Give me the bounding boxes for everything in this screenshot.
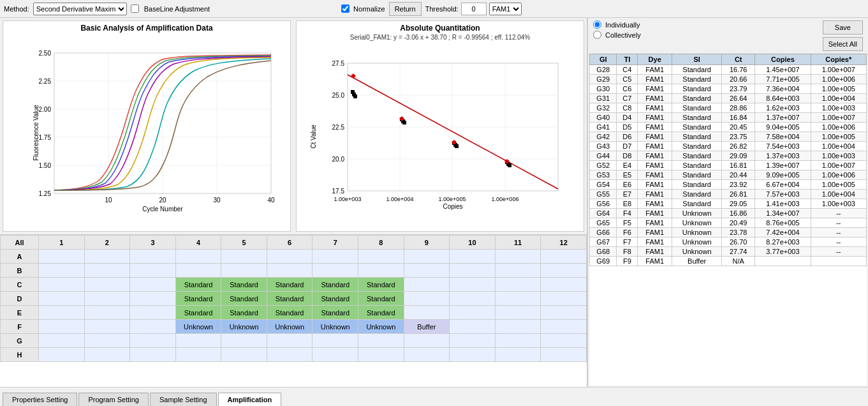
plate-cell-C2[interactable] xyxy=(84,278,130,292)
table-row[interactable]: G30C6FAM1Standard23.797.36e+0041.00e+005 xyxy=(590,84,867,94)
table-row[interactable]: G40D4FAM1Standard16.841.37e+0071.00e+007 xyxy=(590,113,867,123)
plate-cell-B10[interactable] xyxy=(450,264,496,278)
plate-cell-H1[interactable] xyxy=(39,348,85,362)
plate-cell-C7[interactable]: Standard xyxy=(313,278,358,292)
table-row[interactable]: G65F5FAM1Unknown20.498.76e+005-- xyxy=(590,218,867,228)
table-row[interactable]: G52E4FAM1Standard16.811.39e+0071.00e+007 xyxy=(590,161,867,170)
plate-cell-C11[interactable] xyxy=(495,278,541,292)
table-row[interactable]: G67F7FAM1Unknown26.708.27e+003-- xyxy=(590,237,867,247)
plate-cell-A8[interactable] xyxy=(358,250,404,264)
plate-cell-C12[interactable] xyxy=(541,278,587,292)
plate-cell-H6[interactable] xyxy=(267,348,313,362)
plate-cell-F6[interactable]: Unknown xyxy=(267,320,313,334)
threshold-input[interactable] xyxy=(461,3,487,15)
plate-cell-F9[interactable]: Buffer xyxy=(404,320,450,334)
plate-cell-D7[interactable]: Standard xyxy=(313,292,358,306)
plate-col-12[interactable]: 12 xyxy=(541,236,587,250)
table-row[interactable]: G66F6FAM1Unknown23.787.42e+004-- xyxy=(590,228,867,237)
plate-cell-D3[interactable] xyxy=(130,292,176,306)
plate-col-7[interactable]: 7 xyxy=(313,236,358,250)
plate-cell-D12[interactable] xyxy=(541,292,587,306)
table-row[interactable]: G64F4FAM1Unknown16.861.34e+007-- xyxy=(590,209,867,218)
plate-cell-F8[interactable]: Unknown xyxy=(358,320,404,334)
plate-col-11[interactable]: 11 xyxy=(495,236,541,250)
plate-cell-F5[interactable]: Unknown xyxy=(221,320,267,334)
plate-cell-B3[interactable] xyxy=(130,264,176,278)
plate-row-header-G[interactable]: G xyxy=(1,334,39,348)
plate-cell-C6[interactable]: Standard xyxy=(267,278,313,292)
plate-cell-A7[interactable] xyxy=(313,250,358,264)
plate-cell-C5[interactable]: Standard xyxy=(221,278,267,292)
plate-col-10[interactable]: 10 xyxy=(450,236,496,250)
plate-cell-G12[interactable] xyxy=(541,334,587,348)
plate-cell-C10[interactable] xyxy=(450,278,496,292)
plate-col-3[interactable]: 3 xyxy=(130,236,176,250)
plate-cell-A9[interactable] xyxy=(404,250,450,264)
plate-cell-G4[interactable] xyxy=(175,334,221,348)
plate-cell-E10[interactable] xyxy=(450,306,496,320)
plate-cell-E12[interactable] xyxy=(541,306,587,320)
plate-cell-H7[interactable] xyxy=(313,348,358,362)
plate-cell-G9[interactable] xyxy=(404,334,450,348)
plate-col-6[interactable]: 6 xyxy=(267,236,313,250)
plate-cell-A10[interactable] xyxy=(450,250,496,264)
table-row[interactable]: G53E5FAM1Standard20.449.09e+0051.00e+006 xyxy=(590,170,867,180)
plate-cell-H12[interactable] xyxy=(541,348,587,362)
plate-col-5[interactable]: 5 xyxy=(221,236,267,250)
plate-cell-F2[interactable] xyxy=(84,320,130,334)
plate-cell-B12[interactable] xyxy=(541,264,587,278)
baseline-checkbox[interactable] xyxy=(131,4,139,13)
plate-cell-A11[interactable] xyxy=(495,250,541,264)
plate-cell-D4[interactable]: Standard xyxy=(175,292,221,306)
table-row[interactable]: G29C5FAM1Standard20.667.71e+0051.00e+006 xyxy=(590,75,867,84)
plate-cell-B1[interactable] xyxy=(39,264,85,278)
table-row[interactable]: G32C8FAM1Standard28.861.62e+0031.00e+003 xyxy=(590,103,867,113)
plate-cell-H11[interactable] xyxy=(495,348,541,362)
plate-cell-B6[interactable] xyxy=(267,264,313,278)
plate-cell-A12[interactable] xyxy=(541,250,587,264)
plate-cell-A1[interactable] xyxy=(39,250,85,264)
plate-row-header-E[interactable]: E xyxy=(1,306,39,320)
plate-cell-H3[interactable] xyxy=(130,348,176,362)
plate-cell-E8[interactable]: Standard xyxy=(358,306,404,320)
plate-col-1[interactable]: 1 xyxy=(39,236,85,250)
save-button[interactable]: Save xyxy=(823,20,863,34)
tab-properties-setting[interactable]: Properties Setting xyxy=(3,393,77,406)
plate-cell-C9[interactable] xyxy=(404,278,450,292)
table-row[interactable]: G28C4FAM1Standard16.761.45e+0071.00e+007 xyxy=(590,65,867,75)
individually-radio[interactable] xyxy=(593,20,601,29)
select-all-button[interactable]: Select All xyxy=(823,37,863,51)
plate-col-8[interactable]: 8 xyxy=(358,236,404,250)
plate-cell-D9[interactable] xyxy=(404,292,450,306)
plate-col-2[interactable]: 2 xyxy=(84,236,130,250)
table-row[interactable]: G41D5FAM1Standard20.459.04e+0051.00e+006 xyxy=(590,123,867,132)
plate-cell-A5[interactable] xyxy=(221,250,267,264)
plate-cell-A3[interactable] xyxy=(130,250,176,264)
plate-cell-B9[interactable] xyxy=(404,264,450,278)
table-row[interactable]: G42D6FAM1Standard23.757.58e+0041.00e+005 xyxy=(590,132,867,142)
plate-cell-D2[interactable] xyxy=(84,292,130,306)
plate-cell-A4[interactable] xyxy=(175,250,221,264)
plate-cell-H5[interactable] xyxy=(221,348,267,362)
return-button[interactable]: Return xyxy=(389,2,422,16)
plate-cell-D8[interactable]: Standard xyxy=(358,292,404,306)
plate-cell-A2[interactable] xyxy=(84,250,130,264)
plate-cell-C8[interactable]: Standard xyxy=(358,278,404,292)
plate-cell-G8[interactable] xyxy=(358,334,404,348)
plate-cell-G10[interactable] xyxy=(450,334,496,348)
plate-cell-E7[interactable]: Standard xyxy=(313,306,358,320)
plate-cell-H4[interactable] xyxy=(175,348,221,362)
plate-cell-E1[interactable] xyxy=(39,306,85,320)
plate-cell-E2[interactable] xyxy=(84,306,130,320)
normalize-checkbox[interactable] xyxy=(341,4,349,13)
plate-row-header-B[interactable]: B xyxy=(1,264,39,278)
plate-cell-D10[interactable] xyxy=(450,292,496,306)
plate-cell-G5[interactable] xyxy=(221,334,267,348)
plate-cell-B7[interactable] xyxy=(313,264,358,278)
plate-cell-F10[interactable] xyxy=(450,320,496,334)
table-row[interactable]: G54E6FAM1Standard23.926.67e+0041.00e+005 xyxy=(590,180,867,190)
plate-cell-D1[interactable] xyxy=(39,292,85,306)
plate-cell-C3[interactable] xyxy=(130,278,176,292)
dye-select[interactable]: FAM1 xyxy=(489,3,522,15)
plate-cell-F12[interactable] xyxy=(541,320,587,334)
